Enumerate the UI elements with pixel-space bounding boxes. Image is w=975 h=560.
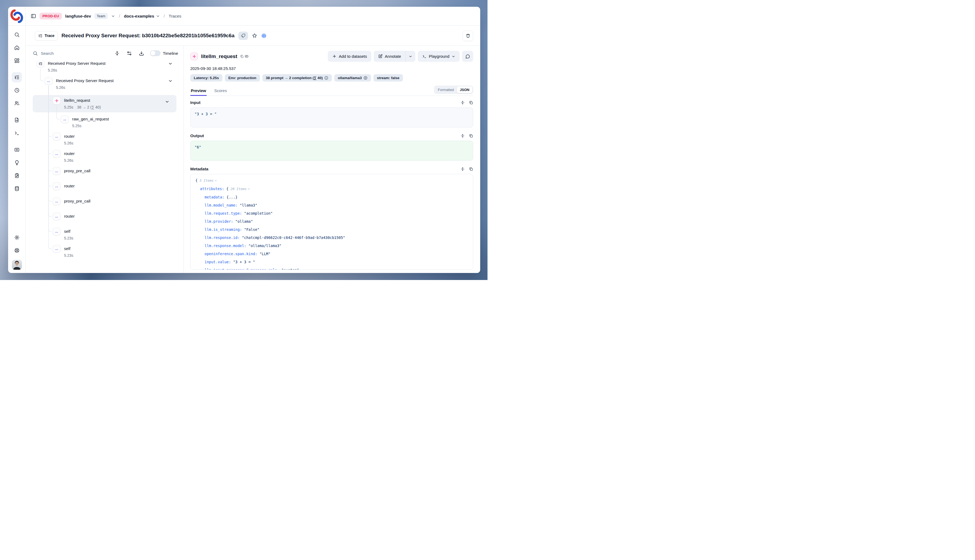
output-value[interactable]: "6" xyxy=(190,141,473,161)
collapse-vertical-icon[interactable] xyxy=(460,100,465,105)
sidebar-item-playground[interactable] xyxy=(12,128,22,138)
breadcrumb-section[interactable]: Traces xyxy=(169,14,181,18)
tree-row-litellm-request[interactable]: litellm_request5.25s38 → 2 (∑ 40) xyxy=(33,95,176,112)
search-input[interactable] xyxy=(41,51,107,56)
sidebar-item-sessions[interactable] xyxy=(12,85,22,95)
tree-row-received-proxy-server-request[interactable]: ↔Received Proxy Server Request5.26s xyxy=(33,78,180,90)
delete-trace-button[interactable] xyxy=(463,30,473,41)
input-value[interactable]: "3 + 3 = " xyxy=(190,107,473,127)
tree-row-proxy-pre-call[interactable]: ↔proxy_pre_call xyxy=(33,168,180,175)
tree-row-router[interactable]: ↔router5.26s xyxy=(33,133,180,146)
format-option-formatted[interactable]: Formatted xyxy=(435,87,457,93)
json-line: llm.response.id: "chatcmpl-d96622c0-c642… xyxy=(196,233,468,242)
plus-circle-icon[interactable] xyxy=(363,76,368,80)
span-duration: 5.26s xyxy=(64,158,75,163)
span-label: raw_gen_ai_request xyxy=(72,116,109,122)
collapse-vertical-icon[interactable] xyxy=(460,134,465,138)
info-icon[interactable] xyxy=(324,76,328,80)
json-line: llm.input_messages.0.message.role: "syst… xyxy=(196,266,468,270)
span-label: router xyxy=(64,213,75,219)
org-logo[interactable] xyxy=(8,7,26,25)
sidebar-item-prompts[interactable] xyxy=(12,115,22,125)
sidebar-toggle-icon[interactable] xyxy=(30,13,36,19)
tag-button[interactable] xyxy=(238,32,248,40)
annotate-dropdown[interactable] xyxy=(406,51,415,62)
sidebar-item-tracing[interactable] xyxy=(12,72,22,82)
list-tree-icon xyxy=(38,33,43,38)
json-line: {3 Items xyxy=(196,176,468,185)
top-header: PROD-EU langfuse-dev Team / docs-example… xyxy=(8,7,480,26)
collapse-vertical-icon[interactable] xyxy=(115,51,120,56)
json-line: attributes: {20 Items xyxy=(196,185,468,193)
tree-connector-lines xyxy=(33,60,180,273)
status-badge: ollama/llama3 xyxy=(334,74,371,82)
download-icon[interactable] xyxy=(139,51,144,56)
span-arrow-icon: ↔ xyxy=(45,77,52,85)
tab-scores[interactable]: Scores xyxy=(214,88,227,96)
observation-timestamp: 2025-09-30 18:48:25.537 xyxy=(190,66,473,71)
tree-row-router[interactable]: ↔router xyxy=(33,183,180,190)
list-tree-icon xyxy=(14,75,20,80)
tree-row-router[interactable]: ↔router xyxy=(33,213,180,220)
org-name[interactable]: langfuse-dev xyxy=(65,14,91,18)
sidebar-item-scores[interactable] xyxy=(12,145,22,155)
file-code-icon xyxy=(14,117,20,123)
tree-row-raw-gen-ai-request[interactable]: ↔raw_gen_ai_request5.25s xyxy=(33,116,180,128)
globe-icon[interactable] xyxy=(261,33,267,38)
generation-icon xyxy=(190,52,198,60)
sidebar-item-support[interactable] xyxy=(12,245,22,255)
span-duration: 5.26s xyxy=(48,68,105,73)
sidebar-item-search[interactable] xyxy=(12,30,22,40)
user-avatar[interactable] xyxy=(12,260,22,270)
sidebar-item-evaluation[interactable] xyxy=(12,157,22,168)
copy-icon[interactable] xyxy=(469,100,473,105)
chevron-down-icon[interactable] xyxy=(168,78,173,83)
star-icon[interactable] xyxy=(252,33,257,38)
trace-title: Received Proxy Server Request: b3010b422… xyxy=(62,33,234,38)
tree-row-router[interactable]: ↔router5.26s xyxy=(33,151,180,163)
chevron-down-icon xyxy=(156,14,160,18)
playground-button[interactable]: Playground xyxy=(418,51,460,62)
copy-icon[interactable] xyxy=(469,134,473,138)
output-section: Output "6" xyxy=(190,127,473,161)
sidebar-item-settings[interactable] xyxy=(12,232,22,242)
input-section: Input "3 + 3 = " xyxy=(190,96,473,127)
project-selector[interactable]: docs-examples xyxy=(124,14,160,18)
annotate-button[interactable]: Annotate xyxy=(374,51,405,62)
span-label: router xyxy=(64,133,75,139)
timeline-toggle[interactable] xyxy=(150,50,161,56)
span-label: router xyxy=(64,151,75,156)
detail-tabs: PreviewScores FormattedJSON xyxy=(190,86,473,96)
comments-button[interactable] xyxy=(462,51,473,62)
copy-icon[interactable] xyxy=(469,167,473,171)
span-duration: 5.25s xyxy=(72,123,109,128)
tree-row-proxy-pre-call[interactable]: ↔proxy_pre_call xyxy=(33,198,180,205)
search-icon xyxy=(14,32,20,38)
metadata-json-viewer[interactable]: {3 Itemsattributes: {20 Itemsmetadata: {… xyxy=(190,174,473,270)
tree-row-received-proxy-server-request[interactable]: Received Proxy Server Request5.26s xyxy=(33,60,180,73)
search-icon xyxy=(33,51,38,56)
span-duration: 5.26s xyxy=(64,140,75,146)
sidebar-item-users[interactable] xyxy=(12,98,22,108)
plus-icon xyxy=(332,54,337,58)
trace-type-chip[interactable]: Trace xyxy=(35,31,58,40)
tree-row-self[interactable]: ↔self5.23s xyxy=(33,228,180,241)
chevron-down-icon[interactable] xyxy=(165,99,169,104)
breadcrumb: PROD-EU langfuse-dev Team / docs-example… xyxy=(26,7,480,25)
comment-bubble-icon xyxy=(465,54,470,59)
tree-settings-icon[interactable] xyxy=(127,51,132,56)
format-option-json[interactable]: JSON xyxy=(457,87,472,93)
span-duration: 5.25s38 → 2 (∑ 40) xyxy=(64,105,101,110)
chevron-down-icon[interactable] xyxy=(111,14,115,18)
sidebar-item-dashboards[interactable] xyxy=(12,55,22,66)
sidebar-item-datasets[interactable] xyxy=(12,183,22,193)
tree-row-self[interactable]: ↔self5.23s xyxy=(33,246,180,258)
tab-preview[interactable]: Preview xyxy=(190,88,207,96)
chevron-down-icon[interactable] xyxy=(168,61,173,66)
collapse-vertical-icon[interactable] xyxy=(460,167,465,171)
sidebar-item-annotation[interactable] xyxy=(12,170,22,181)
span-arrow-icon: ↔ xyxy=(53,182,60,190)
sidebar-item-home[interactable] xyxy=(12,42,22,53)
copy-id-button[interactable]: ID xyxy=(240,54,248,58)
add-to-datasets-button[interactable]: Add to datasets xyxy=(328,51,371,62)
